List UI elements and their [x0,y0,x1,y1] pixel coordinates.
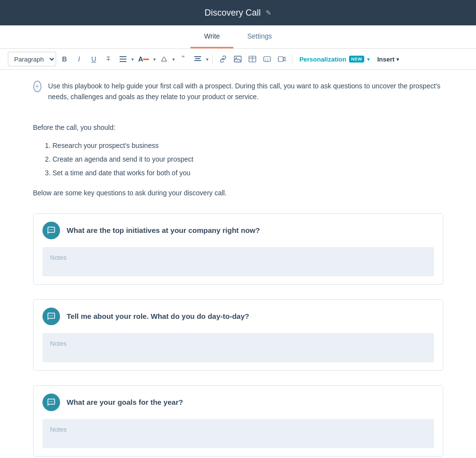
svg-rect-5 [195,58,200,59]
insert-label: Insert [377,56,394,63]
toolbar-divider-1 [212,54,213,64]
question-title-1: What are the top initiatives at your com… [67,226,260,234]
svg-rect-7 [234,56,241,62]
intro-block: + Use this playbook to help guide your f… [33,80,443,103]
svg-rect-3 [161,61,167,62]
align-dropdown-icon[interactable]: ▾ [206,57,208,62]
question-title-2: Tell me about your role. What do you do … [67,312,249,320]
toolbar-divider-2 [292,54,292,64]
svg-rect-14 [278,57,283,62]
list-dropdown-icon[interactable]: ▾ [131,57,134,62]
snippet-button[interactable]: { } [261,52,273,66]
question-card-2: Tell me about your role. What do you do … [33,299,443,371]
question-card-1: What are the top initiatives at your com… [33,213,443,285]
svg-rect-6 [194,60,201,61]
notes-area-2[interactable]: Notes [42,333,434,362]
notes-placeholder-1: Notes [50,254,67,261]
blockquote-button[interactable]: " [177,52,189,66]
list-item: Research your prospect's business [53,139,443,152]
page-title: Discovery Call [205,8,261,18]
main-content: + Use this playbook to help guide your f… [0,70,476,458]
list-button[interactable] [117,52,129,66]
intro-text: Use this playbook to help guide your fir… [48,80,443,103]
svg-rect-4 [194,56,201,57]
question-header-2: Tell me about your role. What do you do … [34,300,443,333]
question-card-3: What are your goals for the year? Notes [33,385,443,457]
svg-rect-2 [120,61,126,62]
highlight-button[interactable] [158,52,170,66]
align-button[interactable] [191,52,204,66]
edit-icon[interactable]: ✎ [266,9,271,17]
italic-button[interactable]: I [73,52,85,66]
notes-placeholder-3: Notes [50,426,67,433]
before-call-heading: Before the call, you should: [33,122,443,133]
below-text: Below are some key questions to ask duri… [33,187,443,198]
bold-button[interactable]: B [58,52,71,66]
notes-area-1[interactable]: Notes [42,247,434,276]
insert-dropdown-icon: ▾ [396,57,399,62]
strikethrough-button[interactable]: T [102,52,115,66]
notes-placeholder-2: Notes [50,340,67,347]
svg-rect-1 [120,59,126,60]
tab-write[interactable]: Write [190,25,233,48]
personalization-dropdown-icon: ▾ [367,57,370,62]
before-call-list: Research your prospect's business Create… [53,139,443,180]
svg-rect-0 [120,56,126,57]
notes-area-3[interactable]: Notes [42,419,434,448]
list-item: Set a time and date that works for both … [53,166,443,180]
personalization-button[interactable]: Personalization NEW ▾ [296,54,373,65]
highlight-dropdown-icon[interactable]: ▾ [172,57,175,62]
svg-text:{ }: { } [265,58,269,62]
before-call-section: Before the call, you should: Research yo… [33,122,443,199]
insert-button[interactable]: Insert ▾ [374,54,402,65]
font-color-dropdown-icon[interactable]: ▾ [153,57,156,62]
image-button[interactable] [231,52,244,66]
question-header-3: What are your goals for the year? [34,386,443,419]
video-button[interactable] [275,52,288,66]
tabs-bar: Write Settings [0,25,476,49]
question-icon-3 [42,394,60,411]
new-badge: NEW [349,56,364,62]
top-bar: Discovery Call ✎ [0,0,476,25]
underline-button[interactable]: U [87,52,100,66]
add-block-button[interactable]: + [33,81,41,92]
question-icon-1 [42,222,60,239]
question-icon-2 [42,308,60,325]
toolbar: Paragraph B I U T ▾ A ▾ ▾ " ▾ { } Person… [0,49,476,70]
question-title-3: What are your goals for the year? [67,398,183,406]
tab-settings[interactable]: Settings [233,25,286,48]
paragraph-select[interactable]: Paragraph [8,52,56,66]
list-item: Create an agenda and send it to your pro… [53,152,443,166]
personalization-label: Personalization [299,56,346,63]
font-color-button[interactable]: A [136,52,151,66]
link-button[interactable] [217,52,229,66]
question-header-1: What are the top initiatives at your com… [34,214,443,247]
table-button[interactable] [246,52,259,66]
